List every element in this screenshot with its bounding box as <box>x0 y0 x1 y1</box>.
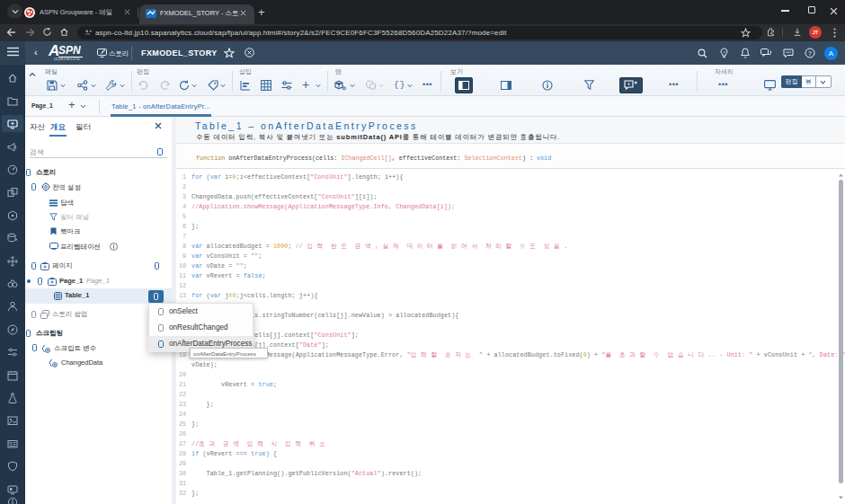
svg-text:?: ? <box>808 50 812 57</box>
